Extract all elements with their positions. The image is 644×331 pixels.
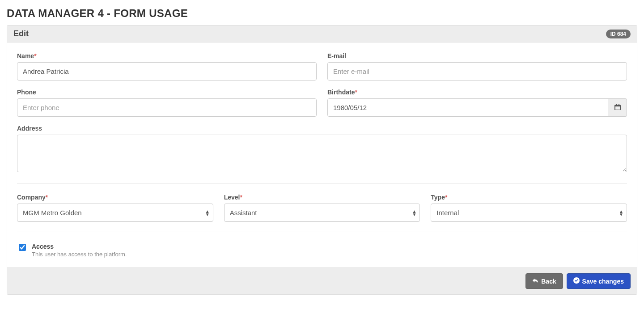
calendar-icon xyxy=(614,104,621,111)
address-textarea[interactable] xyxy=(17,135,627,172)
name-group: Name* xyxy=(17,52,317,81)
phone-group: Phone xyxy=(17,89,317,117)
company-select[interactable]: MGM Metro Golden xyxy=(17,204,213,222)
panel-header: Edit ID 684 xyxy=(7,25,637,42)
email-input[interactable] xyxy=(327,62,627,81)
level-label: Level* xyxy=(224,194,420,201)
type-label: Type* xyxy=(431,194,627,201)
back-button[interactable]: Back xyxy=(525,273,563,289)
type-group: Type* Internal ▲▼ xyxy=(431,194,627,222)
access-label: Access xyxy=(32,243,127,250)
panel-footer: Back Save changes xyxy=(7,267,637,294)
id-badge: ID 684 xyxy=(606,30,631,38)
separator xyxy=(17,232,627,232)
panel-body: Name* E-mail Phone xyxy=(7,42,637,267)
access-description: This user has access to the platform. xyxy=(32,251,127,258)
name-label-text: Name xyxy=(17,52,34,59)
access-checkbox[interactable] xyxy=(19,244,26,251)
page-title: DATA MANAGER 4 - FORM USAGE xyxy=(7,7,637,20)
phone-input[interactable] xyxy=(17,98,317,117)
company-label: Company* xyxy=(17,194,213,201)
name-label: Name* xyxy=(17,52,317,59)
level-label-text: Level xyxy=(224,194,240,201)
email-group: E-mail xyxy=(327,52,627,81)
birthdate-group: Birthdate* xyxy=(327,89,627,117)
birthdate-label: Birthdate* xyxy=(327,89,627,96)
required-mark: * xyxy=(34,52,36,59)
edit-panel: Edit ID 684 Name* E-mail xyxy=(7,25,637,295)
level-select[interactable]: Assistant xyxy=(224,204,420,222)
save-button-label: Save changes xyxy=(582,278,624,285)
access-group: Access This user has access to the platf… xyxy=(17,242,627,263)
save-button[interactable]: Save changes xyxy=(567,273,631,289)
required-mark: * xyxy=(240,194,242,201)
calendar-button[interactable] xyxy=(608,98,627,117)
phone-label: Phone xyxy=(17,89,317,96)
separator xyxy=(17,183,627,184)
birthdate-input[interactable] xyxy=(327,98,608,117)
email-label: E-mail xyxy=(327,52,627,59)
type-label-text: Type xyxy=(431,194,445,201)
birthdate-label-text: Birthdate xyxy=(327,89,355,96)
panel-title: Edit xyxy=(13,29,29,38)
company-label-text: Company xyxy=(17,194,46,201)
level-group: Level* Assistant ▲▼ xyxy=(224,194,420,222)
check-circle-icon xyxy=(573,277,580,285)
type-select[interactable]: Internal xyxy=(431,204,627,222)
required-mark: * xyxy=(355,89,357,96)
required-mark: * xyxy=(445,194,447,201)
back-button-label: Back xyxy=(541,278,556,285)
name-input[interactable] xyxy=(17,62,317,81)
reply-arrow-icon xyxy=(532,277,538,285)
address-label: Address xyxy=(17,125,627,132)
address-group: Address xyxy=(17,125,627,174)
required-mark: * xyxy=(46,194,48,201)
company-group: Company* MGM Metro Golden ▲▼ xyxy=(17,194,213,222)
